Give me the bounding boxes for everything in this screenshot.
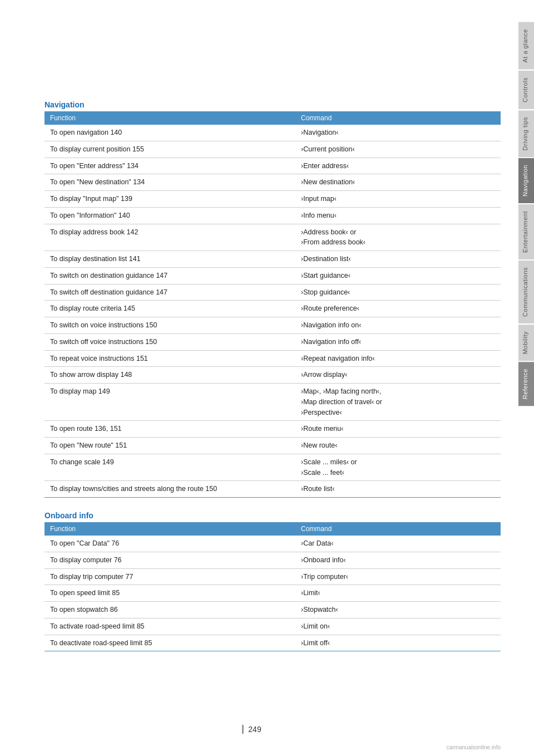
function-cell: To switch on destination guidance 147 — [44, 267, 295, 284]
command-cell: ›Address book‹ or ›From address book‹ — [295, 224, 501, 251]
command-cell: ›Map‹, ›Map facing north‹, ›Map directio… — [295, 384, 501, 421]
navigation-table: Function Command To open navigation 140›… — [44, 111, 501, 498]
function-cell: To open navigation 140 — [44, 125, 295, 141]
table-row: To switch off voice instructions 150›Nav… — [44, 333, 501, 350]
function-cell: To display destination list 141 — [44, 251, 295, 268]
sidebar-tab-driving-tips[interactable]: Driving tips — [518, 110, 534, 157]
function-cell: To display address book 142 — [44, 224, 295, 251]
onboard-title: Onboard info — [44, 511, 501, 520]
function-cell: To open stopwatch 86 — [44, 602, 295, 618]
function-cell: To open "Car Data" 76 — [44, 536, 295, 552]
function-cell: To display trip computer 77 — [44, 568, 295, 585]
command-cell: ›Destination list‹ — [295, 251, 501, 268]
table-row: To open "Car Data" 76›Car Data‹ — [44, 536, 501, 552]
navigation-section: Navigation Function Command To open navi… — [44, 100, 501, 498]
function-cell: To open "New route" 151 — [44, 438, 295, 454]
table-row: To show arrow display 148›Arrow display‹ — [44, 367, 501, 384]
nav-col2-header: Command — [295, 111, 501, 125]
function-cell: To display computer 76 — [44, 552, 295, 568]
sidebar-tab-controls[interactable]: Controls — [518, 71, 534, 109]
command-cell: ›Navigation info off‹ — [295, 333, 501, 350]
function-cell: To open "Information" 140 — [44, 207, 295, 224]
command-cell: ›Input map‹ — [295, 191, 501, 208]
watermark: carmanualsonline.info — [447, 744, 501, 750]
command-cell: ›Trip computer‹ — [295, 568, 501, 585]
table-row: To open "Information" 140›Info menu‹ — [44, 207, 501, 224]
sidebar-tab-navigation[interactable]: Navigation — [518, 158, 534, 203]
function-cell: To repeat voice instructions 151 — [44, 350, 295, 367]
sidebar: At a glance Controls Driving tips Naviga… — [505, 0, 534, 756]
table-row: To open "New destination" 134›New destin… — [44, 174, 501, 191]
page-footer: 249 — [0, 725, 503, 734]
function-cell: To switch off destination guidance 147 — [44, 284, 295, 301]
command-cell: ›New route‹ — [295, 438, 501, 454]
table-row: To display destination list 141›Destinat… — [44, 251, 501, 268]
sidebar-tab-at-a-glance[interactable]: At a glance — [518, 22, 534, 70]
table-row: To open "New route" 151›New route‹ — [44, 438, 501, 454]
command-cell: ›Route menu‹ — [295, 421, 501, 438]
function-cell: To open speed limit 85 — [44, 585, 295, 602]
command-cell: ›Scale ... miles‹ or ›Scale ... feet‹ — [295, 454, 501, 481]
page-content: Navigation Function Command To open navi… — [44, 0, 501, 709]
sidebar-tab-mobility[interactable]: Mobility — [518, 325, 534, 361]
command-cell: ›Repeat navigation info‹ — [295, 350, 501, 367]
command-cell: ›Arrow display‹ — [295, 367, 501, 384]
navigation-title: Navigation — [44, 100, 501, 109]
command-cell: ›Navigation info on‹ — [295, 317, 501, 334]
command-cell: ›Onboard info‹ — [295, 552, 501, 568]
sidebar-tab-entertainment[interactable]: Entertainment — [518, 204, 534, 259]
ob-col1-header: Function — [44, 522, 295, 536]
table-row: To display address book 142›Address book… — [44, 224, 501, 251]
command-cell: ›New destination‹ — [295, 174, 501, 191]
function-cell: To switch off voice instructions 150 — [44, 333, 295, 350]
table-row: To open stopwatch 86›Stopwatch‹ — [44, 602, 501, 618]
page-number: 249 — [242, 725, 261, 734]
command-cell: ›Enter address‹ — [295, 158, 501, 174]
command-cell: ›Start guidance‹ — [295, 267, 501, 284]
function-cell: To open "Enter address" 134 — [44, 158, 295, 174]
sidebar-tab-reference[interactable]: Reference — [518, 362, 534, 406]
function-cell: To display route criteria 145 — [44, 301, 295, 317]
command-cell: ›Stopwatch‹ — [295, 602, 501, 618]
function-cell: To display map 149 — [44, 384, 295, 421]
command-cell: ›Navigation‹ — [295, 125, 501, 141]
function-cell: To change scale 149 — [44, 454, 295, 481]
table-row: To repeat voice instructions 151›Repeat … — [44, 350, 501, 367]
command-cell: ›Current position‹ — [295, 141, 501, 158]
onboard-table: Function Command To open "Car Data" 76›C… — [44, 522, 501, 651]
function-cell: To open "New destination" 134 — [44, 174, 295, 191]
table-row: To display current position 155›Current … — [44, 141, 501, 158]
table-row: To display map 149›Map‹, ›Map facing nor… — [44, 384, 501, 421]
table-row: To switch off destination guidance 147›S… — [44, 284, 501, 301]
command-cell: ›Car Data‹ — [295, 536, 501, 552]
command-cell: ›Route list‹ — [295, 481, 501, 498]
table-row: To activate road-speed limit 85›Limit on… — [44, 618, 501, 635]
table-row: To open navigation 140›Navigation‹ — [44, 125, 501, 141]
ob-col2-header: Command — [295, 522, 501, 536]
function-cell: To switch on voice instructions 150 — [44, 317, 295, 334]
command-cell: ›Limit on‹ — [295, 618, 501, 635]
table-row: To open "Enter address" 134›Enter addres… — [44, 158, 501, 174]
function-cell: To deactivate road-speed limit 85 — [44, 635, 295, 651]
command-cell: ›Info menu‹ — [295, 207, 501, 224]
table-row: To switch on voice instructions 150›Navi… — [44, 317, 501, 334]
function-cell: To activate road-speed limit 85 — [44, 618, 295, 635]
nav-col1-header: Function — [44, 111, 295, 125]
table-row: To open route 136, 151›Route menu‹ — [44, 421, 501, 438]
table-row: To deactivate road-speed limit 85›Limit … — [44, 635, 501, 651]
table-row: To display "Input map" 139›Input map‹ — [44, 191, 501, 208]
command-cell: ›Limit‹ — [295, 585, 501, 602]
command-cell: ›Route preference‹ — [295, 301, 501, 317]
table-row: To display towns/cities and streets alon… — [44, 481, 501, 498]
function-cell: To display towns/cities and streets alon… — [44, 481, 295, 498]
function-cell: To open route 136, 151 — [44, 421, 295, 438]
sidebar-tab-communications[interactable]: Communications — [518, 261, 534, 323]
table-row: To change scale 149›Scale ... miles‹ or … — [44, 454, 501, 481]
table-row: To display trip computer 77›Trip compute… — [44, 568, 501, 585]
table-row: To display computer 76›Onboard info‹ — [44, 552, 501, 568]
table-row: To switch on destination guidance 147›St… — [44, 267, 501, 284]
command-cell: ›Stop guidance‹ — [295, 284, 501, 301]
function-cell: To display current position 155 — [44, 141, 295, 158]
function-cell: To show arrow display 148 — [44, 367, 295, 384]
command-cell: ›Limit off‹ — [295, 635, 501, 651]
